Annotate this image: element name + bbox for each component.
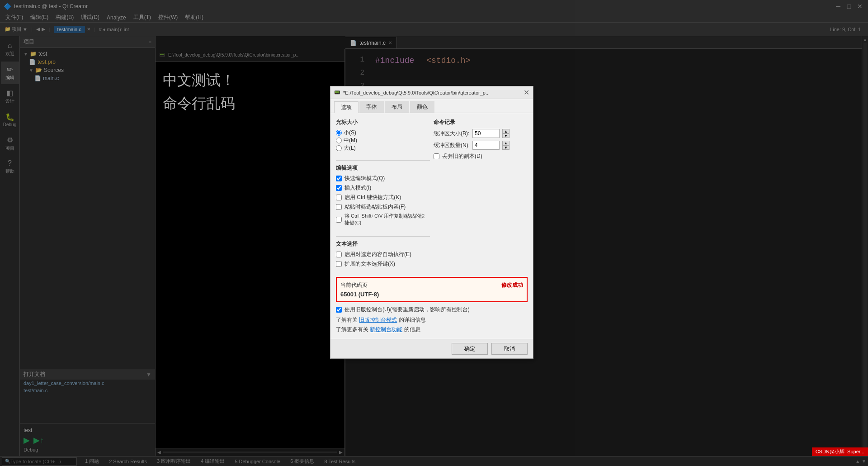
dialog-title-bar: 📟 *E:\Tool_develop_debug\Qt5.9.0\Tools\Q… [330,86,533,99]
insert-mode-row[interactable]: 插入模式(I) [336,184,430,192]
count-spinner-down-btn[interactable]: ▼ [502,145,509,150]
cursor-size-large[interactable]: 大(L) [336,144,430,152]
spinner-down-btn[interactable]: ▼ [502,133,509,138]
dialog-two-col: 光标大小 小(S) 中(M) 大(L) [336,119,528,274]
text-selection-title: 文本选择 [336,240,430,248]
legacy-console-link[interactable]: 旧版控制台模式 [359,317,397,323]
cursor-small-radio[interactable] [336,130,342,136]
ctrl-shortcut-checkbox[interactable] [336,195,342,200]
dialog-footer: 确定 取消 [330,339,533,358]
paste-filter-row[interactable]: 粘贴时筛选粘贴板内容(F) [336,203,430,211]
dialog-tab-font[interactable]: 字体 [359,101,384,113]
divider-1 [336,160,430,161]
buffer-size-input[interactable] [472,129,500,138]
cursor-size-small[interactable]: 小(S) [336,129,430,137]
extended-row[interactable]: 扩展的文本选择键(X) [336,260,430,268]
cursor-size-section: 光标大小 小(S) 中(M) 大(L) [336,119,430,152]
buffer-size-spinner[interactable]: ▲ ▼ [502,129,509,138]
codepage-success: 修改成功 [501,281,523,289]
discard-old-row[interactable]: 丢弃旧的副本(D) [434,152,528,160]
paste-filter-checkbox[interactable] [336,204,342,210]
auto-run-checkbox[interactable] [336,252,342,257]
dialog-close-button[interactable]: ✕ [524,88,529,97]
codepage-value: 65001 (UTF-8) [340,291,523,298]
terminal-settings-dialog: 📟 *E:\Tool_develop_debug\Qt5.9.0\Tools\Q… [330,86,533,359]
codepage-box: 当前代码页 修改成功 65001 (UTF-8) [336,277,528,302]
dialog-icon: 📟 [334,90,340,95]
buffer-size-row: 缓冲区大小(B): ▲ ▼ [434,129,528,138]
info-link-2-row: 了解更多有关 新控制台功能 的信息 [336,326,528,333]
extended-checkbox[interactable] [336,261,342,267]
text-selection-section: 文本选择 启用对选定内容自动执行(E) 扩展的文本选择键(X) [336,240,430,270]
edit-options-title: 编辑选项 [336,164,430,172]
spinner-up-btn[interactable]: ▲ [502,129,509,133]
info-link-1-row: 了解有关 旧版控制台模式 的详细信息 [336,316,528,324]
ctrl-shift-checkbox[interactable] [336,217,342,223]
dialog-body: 光标大小 小(S) 中(M) 大(L) [330,113,533,339]
auto-run-row[interactable]: 启用对选定内容自动执行(E) [336,251,430,258]
dialog-tab-color[interactable]: 颜色 [410,101,434,113]
cursor-medium-radio[interactable] [336,138,342,143]
insert-mode-checkbox[interactable] [336,185,342,191]
ctrl-shortcut-row[interactable]: 启用 Ctrl 键快捷方式(K) [336,194,430,201]
buffer-size-label: 缓冲区大小(B): [434,130,470,138]
new-console-link[interactable]: 新控制台功能 [370,326,402,333]
dialog-cancel-button[interactable]: 取消 [491,343,528,355]
dialog-tab-options[interactable]: 选项 [334,101,359,113]
edit-options-section: 编辑选项 快速编辑模式(Q) 插入模式(I) 启用 Ctrl 键快捷方式(K) [336,164,430,228]
codepage-header-row: 当前代码页 修改成功 [340,281,523,291]
buffer-count-input[interactable] [472,141,500,150]
dialog-tab-layout[interactable]: 布局 [385,101,409,113]
divider-2 [336,236,430,237]
discard-old-checkbox[interactable] [434,153,439,159]
buffer-count-row: 缓冲区数量(N): ▲ ▼ [434,141,528,150]
dialog-left-col: 光标大小 小(S) 中(M) 大(L) [336,119,430,274]
dialog-right-col: 命令记录 缓冲区大小(B): ▲ ▼ 缓冲区数量(N): ▲ [434,119,528,274]
legacy-console-checkbox[interactable] [336,307,342,313]
dialog-ok-button[interactable]: 确定 [452,343,488,355]
dialog-title: *E:\Tool_develop_debug\Qt5.9.0\Tools\QtC… [343,90,521,95]
codepage-label: 当前代码页 [340,281,368,289]
dialog-tabs: 选项 字体 布局 颜色 [330,99,533,113]
legacy-console-row[interactable]: 使用旧版控制台(U)(需要重新启动，影响所有控制台) [336,306,528,314]
cursor-size-medium[interactable]: 中(M) [336,137,430,144]
command-history-section: 命令记录 缓冲区大小(B): ▲ ▼ 缓冲区数量(N): ▲ [434,119,528,162]
cmd-history-title: 命令记录 [434,119,528,126]
ctrl-shift-row[interactable]: 将 Ctrl+Shift+C/V 用作复制/粘贴的快捷键(C) [336,213,430,226]
quick-edit-checkbox[interactable] [336,176,342,181]
quick-edit-row[interactable]: 快速编辑模式(Q) [336,175,430,182]
csdn-watermark: CSDN@小辉_Super... [812,447,868,456]
cursor-size-title: 光标大小 [336,119,430,126]
buffer-count-spinner[interactable]: ▲ ▼ [502,141,509,150]
cursor-large-radio[interactable] [336,145,342,151]
buffer-count-label: 缓冲区数量(N): [434,142,470,149]
count-spinner-up-btn[interactable]: ▲ [502,141,509,145]
